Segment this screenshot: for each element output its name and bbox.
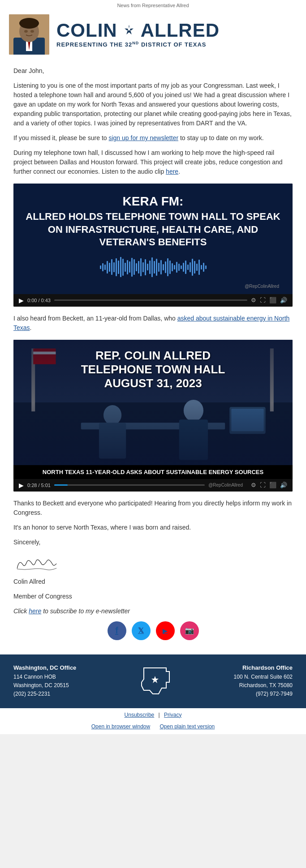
volume-icon[interactable]: 🔊: [280, 297, 287, 304]
washington-phone: (202) 225-2231: [13, 691, 50, 697]
facebook-button[interactable]: f: [108, 621, 126, 640]
washington-address2: Washington, DC 20515: [13, 682, 69, 688]
paragraph4: I also heard from Beckett, an 11-year-ol…: [13, 314, 293, 333]
rep-name: Colin Allred: [13, 577, 293, 586]
audio-clip-link[interactable]: here: [166, 168, 178, 175]
name-part2: ALLRED: [141, 21, 220, 40]
texas-state-icon: [137, 663, 173, 699]
video1-main-title: ALLRED HOLDS TELEPHONE TOWN HALL TO SPEA…: [22, 210, 284, 249]
video1-time: 0:00 / 0:43: [27, 298, 51, 303]
paragraph4-end: .: [30, 324, 32, 331]
video2-fullscreen-icon[interactable]: ⛶: [260, 482, 266, 488]
paragraph2: If you missed it, please be sure to sign…: [13, 133, 293, 143]
instagram-icon: 📷: [185, 626, 194, 635]
video2-title: REP. COLIN ALLRED TELEPHONE TOWN HALL AU…: [22, 349, 284, 391]
subtitle-text: REPRESENTING THE 32: [56, 41, 132, 48]
svg-point-7: [30, 30, 34, 33]
richardson-office-label: Richardson Office: [234, 663, 293, 673]
richardson-phone: (972) 972-7949: [256, 691, 293, 697]
paragraph6: It's an honor to serve North Texas, wher…: [13, 523, 293, 532]
video2-progress-bar[interactable]: [54, 484, 205, 486]
footer: Washington, DC Office 114 Cannon HOB Was…: [0, 654, 306, 708]
video1-block: KERA FM: ALLRED HOLDS TELEPHONE TOWN HAL…: [13, 184, 293, 307]
video1-title: KERA FM: ALLRED HOLDS TELEPHONE TOWN HAL…: [22, 194, 284, 249]
waveform: [22, 256, 284, 278]
video2-progress-fill: [54, 484, 68, 486]
twitter-button[interactable]: 𝕏: [132, 621, 151, 640]
video2-ctrl-icons: ⚙ ⛶ ⬛ 🔊: [251, 482, 287, 488]
video2-caption: NORTH TEXAS 11-YEAR-OLD ASKS ABOUT SUSTA…: [13, 465, 293, 479]
paragraph2-end: to stay up to date on my work.: [180, 134, 264, 141]
header-title-block: COLIN ALLRED REPRESENTING THE 32ND DISTR…: [56, 21, 220, 48]
video1-controls[interactable]: ▶ 0:00 / 0:43 ⚙ ⛶ ⬛ 🔊: [13, 294, 293, 307]
texas-star-icon: [121, 21, 137, 40]
sincerely: Sincerely,: [13, 538, 293, 547]
washington-office-label: Washington, DC Office: [13, 663, 76, 673]
links-divider: |: [159, 712, 160, 718]
texas-logo-footer: [137, 663, 173, 699]
video2-controls[interactable]: ▶ 0:28 / 5:01 @RepColinAllred ⚙ ⛶ ⬛ 🔊: [13, 479, 293, 492]
download-icon[interactable]: ⬛: [269, 297, 276, 304]
paragraph5: Thanks to Beckett and everyone who parti…: [13, 499, 293, 517]
video2-play-button[interactable]: ▶: [19, 482, 24, 489]
video2-title-line1: REP. COLIN ALLRED: [95, 349, 211, 362]
youtube-button[interactable]: ▶: [156, 621, 175, 640]
top-bar-text: News from Representative Allred: [117, 3, 189, 8]
name-part1: COLIN: [56, 21, 117, 40]
rep-name: COLIN ALLRED: [56, 21, 220, 40]
fullscreen-icon[interactable]: ⛶: [260, 297, 266, 304]
instagram-button[interactable]: 📷: [180, 621, 199, 640]
video2-block: REP. COLIN ALLRED TELEPHONE TOWN HALL AU…: [13, 340, 293, 492]
privacy-link[interactable]: Privacy: [164, 712, 181, 718]
bottom-links: Unsubscribe | Privacy: [0, 708, 306, 722]
unsubscribe-link[interactable]: Unsubscribe: [125, 712, 155, 718]
video2-settings-icon[interactable]: ⚙: [251, 482, 256, 488]
settings-icon[interactable]: ⚙: [251, 297, 256, 304]
newsletter-here-link[interactable]: here: [29, 607, 41, 615]
play-button[interactable]: ▶: [19, 297, 24, 304]
signature-svg: [13, 552, 58, 575]
header-subtitle: REPRESENTING THE 32ND DISTRICT OF TEXAS: [56, 41, 220, 48]
video2-content: REP. COLIN ALLRED TELEPHONE TOWN HALL AU…: [13, 340, 293, 465]
richardson-office: Richardson Office 100 N. Central Suite 6…: [234, 663, 293, 698]
newsletter-post: to subscribe to my e-newsletter: [43, 607, 130, 615]
richardson-address2: Richardson, TX 75080: [239, 682, 293, 688]
bottom-nav: Open in browser window Open plain text v…: [0, 722, 306, 734]
facebook-icon: f: [115, 625, 118, 636]
video2-time: 0:28 / 5:01: [27, 483, 51, 488]
subtitle-sup: ND: [132, 41, 139, 45]
top-bar: News from Representative Allred: [0, 0, 306, 10]
social-icons-row: f 𝕏 ▶ 📷: [13, 621, 293, 640]
svg-marker-24: [151, 676, 159, 683]
video2-download-icon[interactable]: ⬛: [269, 482, 276, 488]
plain-text-link[interactable]: Open plain text version: [160, 723, 215, 730]
browser-link[interactable]: Open in browser window: [91, 723, 150, 730]
photo-svg: [9, 14, 49, 55]
newsletter-paragraph: Click here to subscribe to my e-newslett…: [13, 607, 293, 616]
newsletter-pre: Click: [13, 607, 27, 615]
email-header: COLIN ALLRED REPRESENTING THE 32ND DISTR…: [0, 10, 306, 59]
video2-title-line2: TELEPHONE TOWN HALL: [81, 363, 225, 376]
signature-area: [13, 552, 293, 576]
paragraph2-text: If you missed it, please be sure to: [13, 134, 107, 141]
paragraph3-text: During my telephone town hall, I discuss…: [13, 149, 283, 175]
washington-office: Washington, DC Office 114 Cannon HOB Was…: [13, 663, 76, 698]
greeting: Dear John,: [13, 66, 293, 76]
video2-volume-icon[interactable]: 🔊: [280, 482, 287, 488]
video1-kera-label: KERA FM:: [22, 194, 284, 209]
video1-watermark: @RepColinAllred: [22, 283, 284, 290]
svg-point-6: [24, 30, 28, 33]
video2-watermark: @RepColinAllred: [208, 482, 247, 488]
twitter-icon: 𝕏: [138, 626, 144, 635]
subtitle-end: DISTRICT OF TEXAS: [139, 41, 206, 48]
video1-progress-bar[interactable]: [54, 299, 247, 301]
richardson-address1: 100 N. Central Suite 602: [234, 674, 293, 680]
video2-title-line3: AUGUST 31, 2023: [104, 376, 202, 390]
paragraph1: Listening to you is one of the most impo…: [13, 81, 293, 128]
video1-ctrl-icons: ⚙ ⛶ ⬛ 🔊: [251, 297, 287, 304]
representative-photo: [9, 14, 49, 55]
svg-point-5: [19, 18, 39, 29]
newsletter-signup-link[interactable]: sign up for my newsletter: [108, 134, 178, 141]
email-body: Dear John, Listening to you is one of th…: [0, 59, 306, 651]
youtube-icon: ▶: [163, 627, 168, 634]
